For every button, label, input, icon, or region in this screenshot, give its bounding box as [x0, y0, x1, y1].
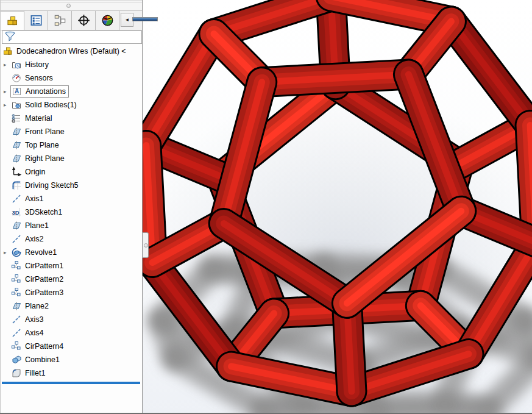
tree-item-axis3[interactable]: Axis3 [1, 313, 142, 326]
dimxpert-icon [77, 14, 90, 27]
tree-item-material-not-specified[interactable]: Material [1, 112, 142, 125]
tree-item-cirpattern3[interactable]: CirPattern3 [1, 286, 142, 299]
panel-splitter-grip[interactable] [144, 243, 148, 248]
tab-configurationmanager[interactable] [48, 11, 72, 30]
tree-item-label: CirPattern4 [25, 342, 63, 351]
tree-item-axis4[interactable]: Axis4 [1, 326, 142, 340]
axis-icon [11, 193, 22, 204]
axis-icon [11, 327, 22, 338]
tree-item-cirpattern1[interactable]: CirPattern1 [1, 259, 142, 273]
tree-item-axis1[interactable]: Axis1 [1, 192, 142, 205]
configurations-icon [54, 14, 66, 27]
graphics-area[interactable] [143, 0, 532, 414]
tab-featuremanager[interactable] [1, 11, 24, 30]
tree-item-fillet1[interactable]: Fillet1 [1, 366, 142, 380]
sketch-icon [11, 180, 22, 191]
item-content[interactable]: Fillet1 [10, 367, 48, 379]
item-content[interactable]: Right Plane [10, 152, 67, 165]
partial-tab-fragment [132, 17, 158, 21]
part-icon [2, 46, 13, 57]
item-content[interactable]: Front Plane [10, 126, 67, 138]
item-content[interactable]: CirPattern1 [10, 260, 66, 272]
item-content[interactable]: Plane2 [10, 300, 51, 312]
fillet-icon [11, 368, 22, 379]
item-content[interactable]: Combine1 [10, 354, 62, 366]
expand-arrow[interactable]: ▸ [1, 88, 10, 95]
tree-item-label: Sensors [25, 74, 53, 82]
plane-icon [11, 140, 22, 151]
item-content[interactable]: Top Plane [10, 139, 62, 151]
item-content[interactable]: Plane1 [10, 219, 51, 232]
tree-item-combine1[interactable]: Combine1 [1, 353, 142, 366]
tree-item-label: Axis2 [25, 235, 44, 243]
filter-funnel-icon[interactable] [2, 30, 16, 44]
tree-item-top-plane[interactable]: Top Plane [1, 138, 142, 152]
svg-text:3D: 3D [12, 209, 20, 216]
item-content[interactable]: Driving Sketch5 [10, 179, 81, 191]
tree-item-front-plane[interactable]: Front Plane [1, 125, 142, 138]
cirpattern-icon [11, 341, 22, 352]
item-content[interactable]: History [10, 59, 51, 71]
tree-item-history[interactable]: ▸ History [1, 58, 142, 71]
feature-filter-box[interactable] [2, 30, 142, 44]
tree-item-plane2[interactable]: Plane2 [1, 299, 142, 313]
splitter-line [1, 2, 142, 2]
svg-text:A: A [15, 88, 19, 95]
tree-item-label: Axis1 [25, 195, 44, 203]
item-content[interactable]: Sensors [10, 72, 55, 84]
tab-displaymanager[interactable] [96, 11, 119, 30]
selection-box[interactable]: AAnnotations [10, 85, 69, 98]
properties-icon [30, 14, 43, 27]
filter-funnel-icon [4, 30, 16, 42]
tree-item-label: Origin [25, 168, 45, 176]
tree-item-label: CirPattern2 [25, 275, 63, 284]
tree-item-origin[interactable]: Origin [1, 165, 142, 179]
tree-item-label: Plane2 [25, 302, 49, 310]
item-content[interactable]: 3D3DSketch1 [10, 206, 65, 218]
item-content[interactable]: Solid Bodies(1) [10, 99, 79, 111]
tab-propertymanager[interactable] [24, 11, 48, 30]
splitter-grip-dot[interactable] [66, 4, 71, 8]
tree-item-driving-sketch5[interactable]: Driving Sketch5 [1, 179, 142, 192]
item-content[interactable]: CirPattern4 [10, 340, 66, 352]
tree-item-label: Axis4 [25, 329, 44, 337]
item-content[interactable]: Axis1 [10, 193, 46, 205]
axis-icon [11, 314, 22, 325]
feature-tree: Dodecahedron Wires (Default) <▸ History … [1, 44, 142, 384]
item-content[interactable]: Axis4 [10, 327, 46, 339]
tree-item-plane1[interactable]: Plane1 [1, 219, 142, 232]
plane-icon [11, 220, 22, 231]
tree-item-label: CirPattern3 [25, 288, 63, 297]
item-content[interactable]: Revolve1 [10, 246, 59, 259]
cirpattern-icon [11, 287, 22, 298]
tree-item-cirpattern2[interactable]: CirPattern2 [1, 273, 142, 286]
tree-item-axis2[interactable]: Axis2 [1, 232, 142, 246]
item-content[interactable]: Axis3 [10, 313, 46, 326]
manager-tab-bar: ◄ [1, 11, 142, 30]
tree-item-solid-bodies-1[interactable]: ▸ Solid Bodies(1) [1, 98, 142, 112]
tab-scroll-left-button[interactable]: ◄ [121, 13, 133, 27]
combine-icon [11, 354, 22, 365]
rollback-bar[interactable] [2, 382, 140, 384]
tree-item-label: Material [25, 114, 52, 123]
tree-item-label: Combine1 [25, 355, 60, 364]
tab-dimxpertmanager[interactable] [72, 11, 96, 30]
expand-arrow[interactable]: ▸ [1, 102, 10, 108]
item-content[interactable]: CirPattern3 [10, 287, 66, 299]
item-content[interactable]: Axis2 [10, 233, 46, 245]
item-content[interactable]: Origin [10, 166, 48, 178]
tree-item-3dsketch1[interactable]: 3D3DSketch1 [1, 205, 142, 219]
tree-item-label: CirPattern1 [25, 262, 63, 270]
tree-item-cirpattern4[interactable]: CirPattern4 [1, 340, 142, 353]
item-content[interactable]: CirPattern2 [10, 273, 66, 285]
tree-item-revolve1[interactable]: ▸ Revolve1 [1, 246, 142, 259]
expand-arrow[interactable]: ▸ [1, 249, 10, 255]
tree-root-item[interactable]: Dodecahedron Wires (Default) < [1, 45, 142, 58]
tree-item-annotations[interactable]: ▸ AAnnotations [1, 85, 142, 98]
tree-item-right-plane[interactable]: Right Plane [1, 152, 142, 165]
panel-top-splitter[interactable] [1, 0, 142, 11]
item-content[interactable]: Material [10, 112, 54, 124]
panel-splitter-tab[interactable] [143, 232, 149, 258]
expand-arrow[interactable]: ▸ [1, 62, 10, 68]
tree-item-sensors[interactable]: Sensors [1, 71, 142, 85]
